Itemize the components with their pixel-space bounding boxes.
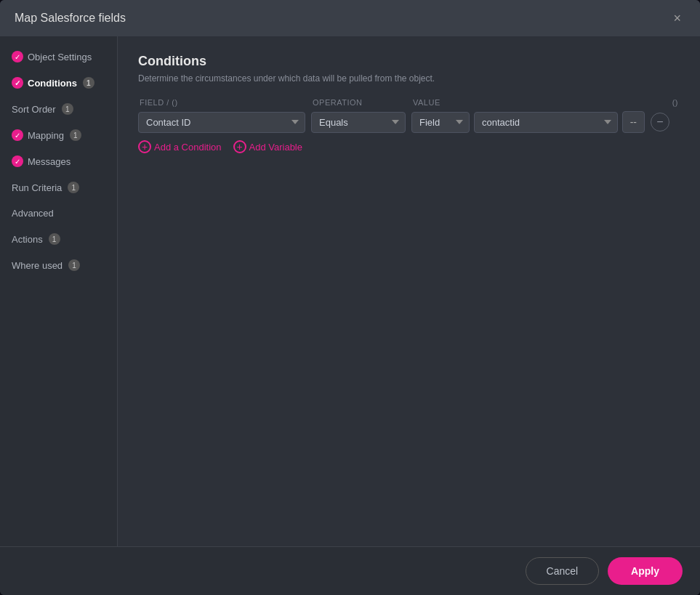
close-button[interactable]: × bbox=[669, 10, 685, 26]
col-header-field: FIELD / () bbox=[140, 98, 307, 107]
field-select[interactable]: Contact ID Email First Name Last Name bbox=[138, 112, 305, 133]
add-condition-button[interactable]: + Add a Condition bbox=[138, 140, 222, 153]
plus-circle-icon: + bbox=[138, 140, 151, 153]
main-content: Conditions Determine the circumstances u… bbox=[118, 36, 700, 546]
add-variable-button[interactable]: + Add Variable bbox=[233, 140, 302, 153]
sidebar-item-object-settings[interactable]: ✓ Object Settings bbox=[0, 44, 117, 70]
modal-title: Map Salesforce fields bbox=[15, 12, 126, 25]
sidebar-item-label: Advanced bbox=[12, 208, 54, 219]
sidebar-item-label: Messages bbox=[28, 156, 71, 167]
sidebar-item-mapping[interactable]: ✓ Mapping 1 bbox=[0, 122, 117, 148]
check-icon: ✓ bbox=[12, 77, 23, 89]
sidebar-item-run-criteria[interactable]: Run Criteria 1 bbox=[0, 174, 117, 201]
modal-overlay: Map Salesforce fields × ✓ Object Setting… bbox=[0, 0, 700, 595]
badge: 1 bbox=[68, 259, 80, 271]
sidebar-item-label: Actions bbox=[12, 234, 43, 245]
sidebar-item-label: Object Settings bbox=[28, 52, 92, 62]
badge: 1 bbox=[68, 182, 79, 193]
sidebar-item-conditions[interactable]: ✓ Conditions 1 bbox=[0, 70, 117, 96]
operation-select[interactable]: Equals Not Equals Contains Greater Than … bbox=[311, 112, 406, 133]
add-links: + Add a Condition + Add Variable bbox=[138, 140, 680, 153]
badge: 1 bbox=[62, 103, 73, 115]
sidebar-item-label: Where used bbox=[12, 260, 63, 271]
remove-condition-button[interactable]: − bbox=[651, 113, 669, 131]
minus-icon: − bbox=[656, 116, 663, 128]
sidebar-item-label: Conditions bbox=[28, 78, 77, 89]
plus-circle-icon: + bbox=[233, 140, 246, 153]
add-variable-label: Add Variable bbox=[249, 142, 302, 153]
value-type-select[interactable]: Field Value Variable bbox=[411, 112, 470, 133]
value-field-select[interactable]: contactid email firstname lastname bbox=[474, 112, 618, 133]
check-icon: ✓ bbox=[12, 51, 23, 62]
section-title: Conditions bbox=[138, 54, 680, 69]
badge: 1 bbox=[83, 77, 94, 89]
sidebar-item-advanced[interactable]: Advanced bbox=[0, 201, 117, 226]
section-desc: Determine the circumstances under which … bbox=[138, 73, 680, 84]
sidebar-item-actions[interactable]: Actions 1 bbox=[0, 226, 117, 252]
cancel-button[interactable]: Cancel bbox=[526, 557, 600, 585]
sidebar-item-label: Sort Order bbox=[12, 104, 56, 115]
dash-button[interactable]: -- bbox=[622, 111, 645, 133]
badge: 1 bbox=[70, 129, 81, 141]
value-group: Field Value Variable contactid email fir… bbox=[411, 111, 645, 133]
sidebar-item-messages[interactable]: ✓ Messages bbox=[0, 148, 117, 174]
conditions-header: FIELD / () OPERATION VALUE () bbox=[138, 98, 680, 107]
sidebar-item-label: Mapping bbox=[28, 130, 64, 141]
sidebar-item-where-used[interactable]: Where used 1 bbox=[0, 252, 117, 278]
modal-body: ✓ Object Settings ✓ Conditions 1 Sort Or… bbox=[0, 36, 700, 546]
check-icon: ✓ bbox=[12, 129, 23, 141]
modal-footer: Cancel Apply bbox=[0, 546, 700, 595]
badge: 1 bbox=[49, 233, 60, 245]
sidebar-item-label: Run Criteria bbox=[12, 182, 62, 193]
sidebar-item-sort-order[interactable]: Sort Order 1 bbox=[0, 96, 117, 122]
sidebar: ✓ Object Settings ✓ Conditions 1 Sort Or… bbox=[0, 36, 118, 546]
apply-button[interactable]: Apply bbox=[608, 557, 683, 585]
modal: Map Salesforce fields × ✓ Object Setting… bbox=[0, 0, 700, 595]
modal-header: Map Salesforce fields × bbox=[0, 0, 700, 36]
condition-row: Contact ID Email First Name Last Name Eq… bbox=[138, 111, 680, 133]
col-header-operation: OPERATION bbox=[313, 98, 407, 107]
add-condition-label: Add a Condition bbox=[154, 142, 222, 153]
col-header-paren: () bbox=[649, 98, 678, 107]
col-header-value: VALUE bbox=[413, 98, 643, 107]
check-icon: ✓ bbox=[12, 155, 23, 167]
